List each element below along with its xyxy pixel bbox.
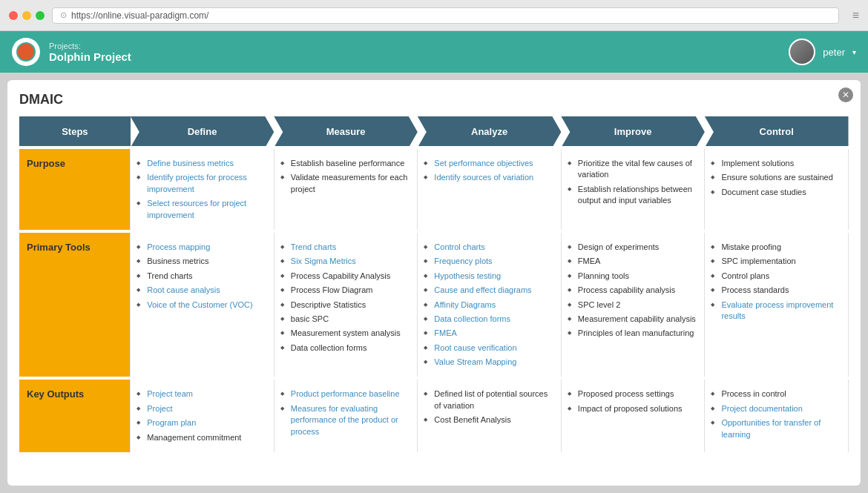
- list-item: Opportunities for transfer of learning: [711, 416, 842, 442]
- list-item: Measurement capability analysis: [568, 312, 699, 326]
- list-item: Value Stream Mapping: [424, 355, 555, 369]
- list-item: Project documentation: [711, 402, 842, 416]
- list-item-link[interactable]: Cause and effect diagrams: [434, 285, 531, 294]
- list-item: Ensure solutions are sustained: [711, 171, 842, 185]
- list-item: Process Flow Diagram: [280, 283, 412, 297]
- content-cell: Trend chartsSix Sigma MetricsProcess Cap…: [274, 231, 418, 379]
- minimize-traffic-light[interactable]: [22, 11, 31, 20]
- content-cell: Mistake proofingSPC implementationContro…: [705, 231, 849, 379]
- table-row: PurposeDefine business metricsIdentify p…: [19, 148, 849, 231]
- list-item: Trend charts: [137, 269, 268, 283]
- row-label: Primary Tools: [19, 231, 131, 379]
- improve-header: Improve: [561, 116, 705, 148]
- content-cell: Project teamProjectProgram planManagemen…: [131, 378, 274, 454]
- content-cell: Proposed process settingsImpact of propo…: [561, 378, 705, 454]
- list-item: Define business metrics: [137, 156, 268, 171]
- traffic-lights: [9, 11, 45, 20]
- list-item-link[interactable]: Process mapping: [147, 242, 210, 251]
- list-item: Select resources for project improvement: [137, 196, 268, 222]
- user-avatar: [789, 39, 815, 65]
- list-item: Set performance objectives: [424, 156, 555, 171]
- list-item: Program plan: [137, 416, 268, 430]
- list-item: Voice of the Customer (VOC): [137, 298, 268, 312]
- list-item: FMEA: [424, 326, 555, 340]
- list-item-link[interactable]: Identify sources of variation: [434, 173, 533, 182]
- list-item: Evaluate process improvement results: [711, 298, 842, 324]
- list-item: Identify projects for process improvemen…: [137, 171, 268, 196]
- list-item-link[interactable]: Product performance baseline: [291, 389, 400, 398]
- table-row: Key OutputsProject teamProjectProgram pl…: [19, 378, 849, 454]
- table-row: Primary ToolsProcess mappingBusiness met…: [19, 231, 849, 379]
- list-item-link[interactable]: Measures for evaluating performance of t…: [291, 404, 398, 436]
- list-item: Process standards: [711, 283, 842, 297]
- app-header: Projects: Dolphin Project peter ▾: [0, 31, 868, 73]
- define-header: Define: [131, 116, 274, 148]
- list-item-link[interactable]: Data collection forms: [434, 314, 510, 323]
- content-cell: Defined list of potential sources of var…: [418, 378, 562, 454]
- list-item-link[interactable]: Program plan: [147, 418, 196, 427]
- list-item: Data collection forms: [280, 341, 412, 355]
- url-bar[interactable]: ⊙ https://online.visual-paradigm.com/: [52, 7, 839, 24]
- list-item-link[interactable]: Six Sigma Metrics: [291, 257, 356, 265]
- dmaic-title: DMAIC: [19, 92, 849, 107]
- list-item-link[interactable]: Hypothesis testing: [434, 271, 501, 280]
- list-item: SPC level 2: [568, 298, 699, 312]
- list-item-link[interactable]: Define business metrics: [147, 159, 234, 168]
- list-item: Process mapping: [137, 240, 268, 254]
- list-item-link[interactable]: Set performance objectives: [434, 159, 533, 168]
- list-item-link[interactable]: Project team: [147, 389, 193, 398]
- list-item-link[interactable]: Opportunities for transfer of learning: [721, 418, 821, 438]
- list-item-link[interactable]: Evaluate process improvement results: [721, 300, 833, 320]
- list-item: basic SPC: [280, 312, 412, 326]
- content-cell: Process mappingBusiness metricsTrend cha…: [131, 231, 274, 379]
- list-item-link[interactable]: Voice of the Customer (VOC): [147, 300, 252, 309]
- list-item: Design of experiments: [568, 240, 699, 254]
- list-item: Frequency plots: [424, 254, 555, 268]
- content-cell: Prioritize the vital few causes of varia…: [561, 148, 705, 231]
- header-right: peter ▾: [789, 39, 856, 65]
- url-text: https://online.visual-paradigm.com/: [71, 10, 208, 21]
- list-item: Cause and effect diagrams: [424, 283, 555, 297]
- user-dropdown-icon[interactable]: ▾: [852, 48, 856, 56]
- list-item: Affinity Diagrams: [424, 298, 555, 312]
- list-item-link[interactable]: Root cause verification: [434, 343, 516, 352]
- list-item: Process Capability Analysis: [280, 269, 412, 283]
- list-item: Trend charts: [280, 240, 412, 254]
- header-row: Steps Define Measure Analyze Improve Con…: [19, 116, 849, 148]
- list-item: Process in control: [711, 387, 842, 401]
- list-item: Proposed process settings: [568, 387, 699, 401]
- close-button[interactable]: ✕: [838, 87, 853, 102]
- app-logo-inner: [16, 42, 36, 62]
- list-item-link[interactable]: Root cause analysis: [147, 285, 220, 294]
- list-item-link[interactable]: Trend charts: [291, 242, 336, 251]
- list-item-link[interactable]: Identify projects for process improvemen…: [147, 173, 247, 193]
- projects-label: Projects:: [49, 42, 131, 50]
- list-item-link[interactable]: Control charts: [434, 242, 484, 251]
- list-item-link[interactable]: Select resources for project improvement: [147, 199, 246, 219]
- browser-chrome: ⊙ https://online.visual-paradigm.com/ ≡: [0, 0, 868, 31]
- list-item: Measures for evaluating performance of t…: [280, 402, 412, 439]
- list-item: Principles of lean manufacturing: [568, 326, 699, 340]
- list-item-link[interactable]: Project documentation: [721, 404, 802, 413]
- list-item: Cost Benefit Analysis: [424, 413, 555, 427]
- close-traffic-light[interactable]: [9, 11, 18, 20]
- list-item: Data collection forms: [424, 312, 555, 326]
- list-item-link[interactable]: FMEA: [434, 328, 457, 337]
- list-item: Project: [137, 402, 268, 416]
- list-item: Control charts: [424, 240, 555, 254]
- url-icon: ⊙: [60, 10, 67, 20]
- list-item: Implement solutions: [711, 156, 842, 171]
- list-item-link[interactable]: Project: [147, 404, 172, 413]
- list-item-link[interactable]: Frequency plots: [434, 257, 492, 265]
- list-item-link[interactable]: Affinity Diagrams: [434, 300, 496, 309]
- user-name[interactable]: peter: [823, 47, 845, 58]
- list-item: Six Sigma Metrics: [280, 254, 412, 268]
- list-item-link[interactable]: Value Stream Mapping: [434, 357, 516, 366]
- list-item: Control plans: [711, 269, 842, 283]
- list-item: Product performance baseline: [280, 387, 412, 401]
- project-name[interactable]: Dolphin Project: [49, 50, 131, 63]
- dmaic-table: Steps Define Measure Analyze Improve Con…: [19, 116, 849, 455]
- menu-icon[interactable]: ≡: [852, 9, 859, 22]
- list-item: FMEA: [568, 254, 699, 268]
- maximize-traffic-light[interactable]: [36, 11, 45, 20]
